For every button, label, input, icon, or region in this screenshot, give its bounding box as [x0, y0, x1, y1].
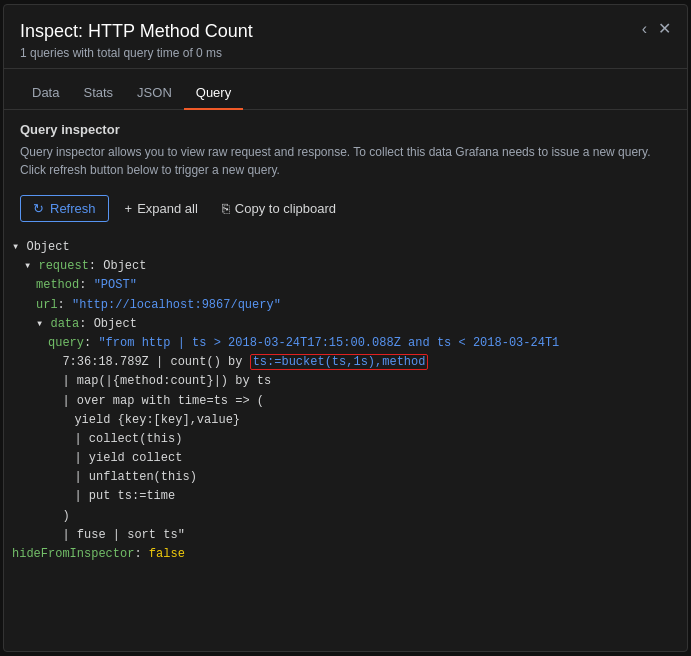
- tab-stats[interactable]: Stats: [71, 77, 125, 110]
- refresh-label: Refresh: [50, 201, 96, 216]
- inspect-panel: Inspect: HTTP Method Count 1 queries wit…: [3, 4, 688, 652]
- tree-line: ): [12, 507, 671, 526]
- tree-line: hideFromInspector: false: [12, 545, 671, 564]
- expand-icon: +: [125, 201, 133, 216]
- refresh-button[interactable]: ↻ Refresh: [20, 195, 109, 222]
- expand-all-button[interactable]: + Expand all: [117, 196, 206, 221]
- tree-line: query: "from http | ts > 2018-03-24T17:1…: [12, 334, 671, 353]
- tree-line: ▾ Object: [12, 238, 671, 257]
- panel-title: Inspect: HTTP Method Count: [20, 21, 671, 42]
- tab-json[interactable]: JSON: [125, 77, 184, 110]
- copy-icon: ⎘: [222, 201, 230, 216]
- tree-line: | unflatten(this): [12, 468, 671, 487]
- tree-line: | over map with time=ts => (: [12, 392, 671, 411]
- tree-line: | put ts:=time: [12, 487, 671, 506]
- panel-header: Inspect: HTTP Method Count 1 queries wit…: [4, 5, 687, 69]
- expand-label: Expand all: [137, 201, 198, 216]
- panel-subtitle: 1 queries with total query time of 0 ms: [20, 46, 671, 60]
- tree-line: 7:36:18.789Z | count() by ts:=bucket(ts,…: [12, 353, 671, 372]
- tab-query[interactable]: Query: [184, 77, 243, 110]
- tab-content: Query inspector Query inspector allows y…: [4, 110, 687, 651]
- tab-data[interactable]: Data: [20, 77, 71, 110]
- copy-label: Copy to clipboard: [235, 201, 336, 216]
- tree-line: | map(|{method:count}|) by ts: [12, 372, 671, 391]
- copy-clipboard-button[interactable]: ⎘ Copy to clipboard: [214, 196, 344, 221]
- collapse-button[interactable]: ‹: [638, 17, 651, 41]
- toolbar: ↻ Refresh + Expand all ⎘ Copy to clipboa…: [4, 187, 687, 230]
- tree-line: method: "POST": [12, 276, 671, 295]
- tree-line: | collect(this): [12, 430, 671, 449]
- section-title: Query inspector: [20, 122, 671, 137]
- tree-line: yield {key:[key],value}: [12, 411, 671, 430]
- query-inspector-section: Query inspector Query inspector allows y…: [4, 110, 687, 187]
- tree-line: url: "http://localhost:9867/query": [12, 296, 671, 315]
- tree-line: ▾ data: Object: [12, 315, 671, 334]
- tree-line: | yield collect: [12, 449, 671, 468]
- tree-line: ▾ request: Object: [12, 257, 671, 276]
- tabs-bar: Data Stats JSON Query: [4, 77, 687, 110]
- tree-line: | fuse | sort ts": [12, 526, 671, 545]
- close-button[interactable]: ✕: [654, 17, 675, 41]
- refresh-icon: ↻: [33, 201, 44, 216]
- code-tree[interactable]: ▾ Object ▾ request: Object method: "POST…: [4, 230, 687, 651]
- section-description: Query inspector allows you to view raw r…: [20, 143, 671, 179]
